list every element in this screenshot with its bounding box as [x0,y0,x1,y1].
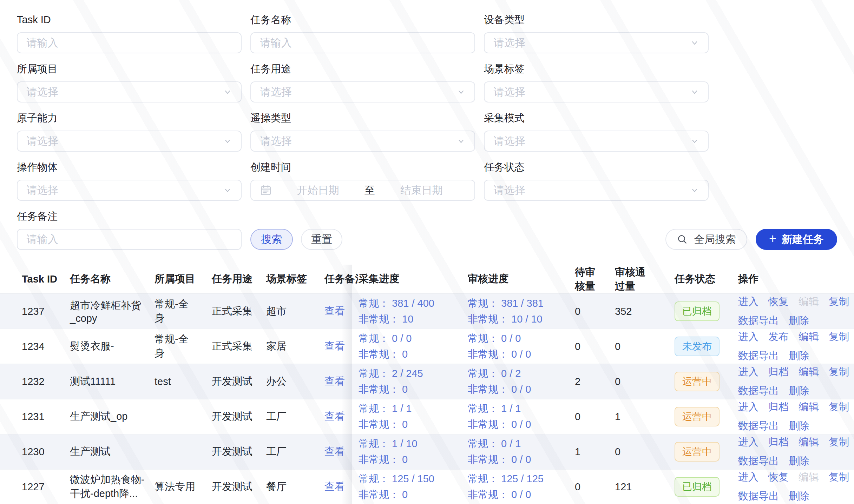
column-header: 任务名称 [70,265,154,294]
cell-collect-progress: 常规： 381 / 400非常规： 10 [358,294,467,329]
table-body: 1237超市冷鲜柜补货_copy常规-全身正式采集超市查看常规： 381 / 4… [0,294,854,504]
progress-line: 非常规： 0 [359,417,467,432]
action-link[interactable]: 进入 [738,435,758,449]
filter-select[interactable]: 请选择 [17,81,242,102]
filter-field: 采集模式请选择 [484,110,709,152]
action-link[interactable]: 编辑 [799,435,819,449]
action-link[interactable]: 发布 [768,330,789,344]
cell-remark: 查看 [322,469,358,504]
view-remark-link[interactable]: 查看 [324,411,345,422]
column-header: Task ID [0,265,70,294]
progress-line: 常规： 381 / 381 [468,296,574,311]
action-link[interactable]: 数据导出 [738,384,779,398]
column-header: 任务备注 [322,265,358,294]
action-link[interactable]: 复制 [829,295,849,309]
action-links: 进入归档编辑复制数据导出删除 [738,435,852,468]
action-link[interactable]: 进入 [738,365,758,379]
action-link[interactable]: 恢复 [768,295,789,309]
cell-task-id: 1227 [0,469,70,504]
table-row: 1230生产测试开发测试工厂查看常规： 1 / 10非常规： 0常规： 0 / … [0,434,854,469]
reset-button[interactable]: 重置 [301,229,342,250]
cell-task-name: 生产测试 [70,434,154,469]
create-task-label: 新建任务 [782,232,824,247]
filter-select[interactable]: 请选择 [484,81,709,102]
action-link[interactable]: 编辑 [799,330,819,344]
filter-select[interactable]: 请选择 [250,131,475,152]
action-link[interactable]: 进入 [738,295,758,309]
filter-select[interactable]: 请选择 [17,131,242,152]
cell-task-name: 测试11111 [70,364,154,399]
global-search-button[interactable]: 全局搜索 [665,229,747,250]
chevron-down-icon [457,137,465,145]
filter-label: 场景标签 [484,61,709,77]
action-link[interactable]: 进入 [738,330,758,344]
filter-field: 任务状态请选择 [484,159,709,201]
filter-label: 任务状态 [484,159,709,175]
action-link[interactable]: 编辑 [799,400,819,414]
action-link[interactable]: 复制 [829,470,849,484]
action-links: 进入恢复编辑复制数据导出删除 [738,295,852,328]
action-link[interactable]: 数据导出 [738,489,779,503]
status-badge: 已归档 [675,477,720,497]
action-link[interactable]: 复制 [829,435,849,449]
action-link[interactable]: 恢复 [768,470,789,484]
input-placeholder: 请输入 [27,36,58,50]
select-placeholder: 请选择 [494,183,525,198]
chevron-down-icon [223,186,232,194]
view-remark-link[interactable]: 查看 [324,376,345,387]
action-link[interactable]: 归档 [768,400,789,414]
filter-field: 场景标签请选择 [484,61,709,102]
action-link[interactable]: 数据导出 [738,349,779,363]
filter-select[interactable]: 请选择 [250,81,475,102]
cell-remark: 查看 [322,294,358,329]
cell-project [154,434,211,469]
cell-approved: 121 [615,469,674,504]
action-link[interactable]: 复制 [829,400,849,414]
filter-input[interactable]: 请输入 [17,32,242,53]
filter-select[interactable]: 请选择 [17,180,242,201]
view-remark-link[interactable]: 查看 [324,340,345,352]
view-remark-link[interactable]: 查看 [324,305,345,317]
action-link[interactable]: 删除 [789,384,809,398]
cell-remark: 查看 [322,364,358,399]
chevron-down-icon [223,137,232,145]
action-link[interactable]: 删除 [789,349,809,363]
start-date-placeholder: 开始日期 [274,183,362,198]
action-link[interactable]: 复制 [829,365,849,379]
remark-input[interactable]: 请输入 [17,229,242,250]
action-link[interactable]: 进入 [738,470,758,484]
action-link[interactable]: 复制 [829,330,849,344]
chevron-down-icon [223,88,232,96]
action-link[interactable]: 归档 [768,365,789,379]
cell-collect-progress: 常规： 1 / 1非常规： 0 [358,399,467,434]
cell-purpose: 正式采集 [211,329,266,364]
action-link[interactable]: 进入 [738,400,758,414]
filter-select[interactable]: 请选择 [484,32,709,53]
create-task-button[interactable]: + 新建任务 [756,229,837,250]
action-link[interactable]: 数据导出 [738,419,779,433]
action-link[interactable]: 归档 [768,435,789,449]
action-link[interactable]: 删除 [789,419,809,433]
view-remark-link[interactable]: 查看 [324,481,345,492]
date-separator: 至 [364,183,375,198]
date-range-picker[interactable]: 开始日期至结束日期 [250,180,475,201]
cell-status: 已归档 [674,294,738,329]
cell-pending: 0 [574,294,615,329]
action-link[interactable]: 数据导出 [738,454,779,468]
filter-input[interactable]: 请输入 [250,32,475,53]
column-header: 待审核量 [574,265,615,294]
action-link[interactable]: 删除 [789,454,809,468]
cell-task-id: 1231 [0,399,70,434]
action-link[interactable]: 数据导出 [738,314,779,328]
action-link[interactable]: 编辑 [799,365,819,379]
select-placeholder: 请选择 [260,134,292,148]
view-remark-link[interactable]: 查看 [324,446,345,457]
filter-select[interactable]: 请选择 [484,131,709,152]
action-link[interactable]: 删除 [789,489,809,503]
search-button[interactable]: 搜索 [250,229,293,250]
progress-line: 非常规： 0 / 0 [468,452,574,467]
filter-select[interactable]: 请选择 [484,180,709,201]
progress-line: 非常规： 10 [359,311,467,327]
filter-field: 任务名称请输入 [250,12,475,53]
action-link[interactable]: 删除 [789,314,809,328]
